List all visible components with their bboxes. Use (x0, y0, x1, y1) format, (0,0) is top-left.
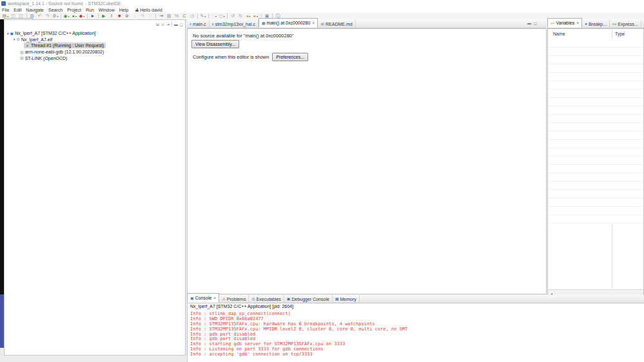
view-disassembly-button[interactable]: View Disassembly... (191, 40, 239, 48)
build-icon[interactable]: ⚙▾ (52, 13, 59, 19)
cast-icon[interactable]: %▾ (173, 13, 181, 19)
column-header-name[interactable]: Name (553, 32, 565, 36)
history-icon[interactable]: ◷▾ (188, 13, 196, 19)
tab-icon: ◎ (251, 297, 255, 301)
redo-icon[interactable]: ↷▾ (44, 13, 52, 19)
debug-launch-icon[interactable]: ◉▾ (63, 13, 70, 19)
tab-debugger-console[interactable]: ▣ Debugger Console (284, 295, 333, 303)
debug-view-toolbar: ⊟ ⊠ ⇥ ▬ ◻ (156, 22, 183, 26)
tab-icon: c (190, 22, 191, 26)
memory-icon[interactable]: ▥▾ (165, 13, 173, 19)
menu-edit[interactable]: Edit (14, 8, 21, 12)
console-process-caption: Nx_Iperf_A7 [STM32 C/C++ Application] [p… (190, 304, 293, 309)
terminate-icon[interactable]: ■▾ (115, 13, 123, 19)
run-launch-icon[interactable]: ●▾ (70, 13, 78, 19)
tab-memory[interactable]: ▦ Memory (333, 295, 360, 303)
editor-minmax-controls: ▬ ◻ (527, 21, 537, 25)
maximize-panel-icon[interactable]: ◻ (180, 23, 183, 26)
tab-expressions[interactable]: x+ Express... (610, 20, 641, 28)
console-view: Nx_Iperf_A7 [STM32 C/C++ Application] [p… (187, 303, 644, 362)
step-into-icon[interactable]: ↓▾ (131, 13, 139, 19)
close-tab-icon[interactable]: × (312, 21, 315, 25)
tree-node-thread[interactable]: ► Thread #1 (Running : User Request) (5, 43, 185, 49)
pin-debug-context-icon[interactable]: ⇥ (166, 23, 170, 26)
external-tools-icon[interactable]: ◆▾ (78, 13, 86, 19)
step-return-icon[interactable]: ↑▾ (146, 13, 154, 19)
pin-editor-icon[interactable]: ✎▾ (199, 13, 207, 19)
resume-icon[interactable]: ▶▾ (100, 13, 108, 19)
collapse-all-icon[interactable]: ⊟ (156, 23, 159, 26)
toolbar-separator: ▾ (98, 14, 99, 19)
minimize-panel-icon[interactable]: ▬ (174, 23, 178, 26)
expander-icon[interactable]: ▾ (14, 37, 15, 41)
toolbar-separator: ▾ (61, 14, 61, 19)
toolbar-separator: ▾ (227, 14, 228, 19)
annotation-nav-icon[interactable]: ◻▾ (218, 13, 226, 19)
menu-run[interactable]: Run (86, 8, 94, 12)
tree-node-elf[interactable]: ▾ ⚙ Nx_Iperf_A7.elf (5, 37, 185, 43)
tab-icon: ▣ (190, 296, 194, 300)
dropdown-caret-icon: ▾ (83, 15, 84, 18)
menu-navigate[interactable]: Navigate (26, 8, 44, 12)
elf-node-icon: ⚙ (17, 37, 20, 41)
close-tab-icon[interactable]: × (213, 296, 216, 300)
mark-occurrences-icon[interactable]: ◌▾ (210, 13, 218, 19)
pointer-icon[interactable]: ►▾ (89, 13, 97, 19)
tab-readme-md[interactable]: ▤ README.md (318, 20, 355, 28)
console-output[interactable]: Info : stlink_dap_op_connect(connect) In… (190, 312, 407, 357)
stlink-node-icon: ▥ (20, 56, 24, 60)
last-edit-back-icon[interactable]: ◂▾ (244, 13, 252, 19)
window-title: workspace_1.14.1 - Source not found. - S… (8, 1, 121, 6)
tab-main-c[interactable]: c main.c (187, 20, 210, 28)
dropdown-caret-icon: ▾ (223, 15, 224, 18)
menu-search[interactable]: Search (48, 8, 63, 12)
dropdown-caret-icon: ▾ (68, 15, 70, 18)
undo-icon[interactable]: ↶▾ (36, 13, 44, 19)
menu-project[interactable]: Project (67, 8, 81, 12)
tab-stm32mp13xx-hal-c[interactable]: c stm32mp13xx_hal.c (210, 20, 259, 28)
toolbar-separator (171, 22, 172, 26)
close-tab-icon[interactable]: × (576, 21, 579, 25)
tab-variables[interactable]: x= Variables × (547, 18, 582, 28)
remove-all-terminated-icon[interactable]: ⊠ (161, 23, 164, 26)
restart-icon[interactable]: C▾ (181, 13, 188, 19)
tab-main-disassembly[interactable]: ▦ main() at 0xc0000280 × (259, 18, 318, 28)
user-account[interactable]: Hello david (135, 8, 162, 12)
minimize-editor-icon[interactable]: ▬ (527, 21, 531, 25)
tab-icon: ⚠ (222, 297, 225, 301)
tree-node-application[interactable]: ▾ ▣ Nx_Iperf_A7 [STM32 C/C++ Application… (5, 30, 185, 37)
column-header-type[interactable]: Type (615, 32, 625, 36)
back-history-icon[interactable]: ↺▾ (229, 13, 237, 19)
preferences-button[interactable]: Preferences... (272, 53, 308, 61)
expander-icon[interactable]: ▾ (7, 32, 9, 35)
step-over-icon[interactable]: ↷▾ (139, 13, 146, 19)
toolbar-separator: ▾ (208, 14, 209, 19)
forward-history-icon[interactable]: ↻▾ (237, 13, 244, 19)
user-label: Hello david (140, 8, 162, 12)
tab-icon: x= (551, 21, 555, 25)
suspend-icon[interactable]: ‖▾ (108, 13, 115, 19)
dropdown-caret-icon: ▾ (215, 15, 217, 18)
tree-node-stlink[interactable]: ▥ ST-LINK (OpenOCD) (5, 55, 185, 61)
menu-window[interactable]: Window (99, 8, 115, 12)
tab-icon: ▤ (320, 22, 324, 26)
tree-node-gdb[interactable]: ▥ arm-none-eabi-gdb (12.1.90.20220802) (5, 49, 185, 55)
variables-view: Name Type ◂ (547, 28, 644, 296)
right-panel-tabbar: x= Variables × ● Breakp... x+ Express...… (547, 19, 644, 28)
tab-icon: c (212, 22, 214, 26)
title-bar: workspace_1.14.1 - Source not found. - S… (0, 0, 644, 7)
disconnect-icon[interactable]: ⊗▾ (123, 13, 131, 19)
tab-disassembly[interactable]: ▥ Disa... (641, 20, 644, 28)
debug-panel: ⊟ ⊠ ⇥ ▬ ◻ ▾ ▣ Nx_Iperf_A7 [STM32 C/C++ A… (4, 19, 186, 356)
dropdown-caret-icon: ▾ (249, 15, 250, 18)
tab-console[interactable]: ▣ Console × (187, 293, 219, 303)
tab-executables[interactable]: ◎ Executables (249, 295, 284, 303)
tab-breakpoints[interactable]: ● Breakp... (582, 20, 610, 28)
dropdown-caret-icon: ▾ (7, 15, 8, 18)
tab-problems[interactable]: ⚠ Problems (219, 295, 249, 303)
instruction-stepping-icon[interactable]: ⇥▾ (157, 13, 165, 19)
menu-help[interactable]: Help (119, 8, 128, 12)
menu-file[interactable]: File (2, 8, 9, 12)
dropdown-caret-icon: ▾ (204, 15, 206, 18)
maximize-editor-icon[interactable]: ◻ (534, 21, 537, 25)
